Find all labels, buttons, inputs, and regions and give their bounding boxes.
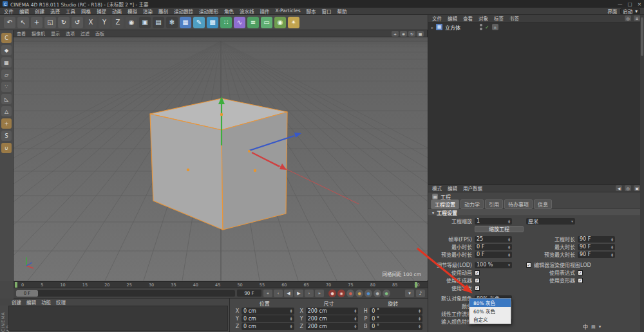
render-view-icon[interactable]: ▣ bbox=[139, 17, 151, 28]
preview-range-start[interactable] bbox=[15, 282, 17, 288]
record-objects-button[interactable]: ● bbox=[328, 290, 336, 297]
tab-referencing[interactable]: 引用 bbox=[485, 199, 503, 209]
record-position-button[interactable]: ● bbox=[346, 290, 354, 297]
preview-max-field[interactable]: 90 F▲▼ bbox=[578, 252, 615, 258]
ime-options-icon[interactable]: ▾ bbox=[599, 324, 601, 329]
z-lock-button[interactable]: Z bbox=[112, 17, 124, 28]
prev-frame-button[interactable]: ◀ bbox=[284, 290, 293, 297]
x-lock-button[interactable]: X bbox=[85, 17, 97, 28]
use-generators-checkbox[interactable]: ✓ bbox=[475, 278, 480, 283]
menu-item[interactable]: 工具 bbox=[66, 8, 75, 15]
material-menu-item[interactable]: 创建 bbox=[12, 299, 21, 306]
spinner[interactable]: ▲▼ bbox=[354, 317, 356, 320]
play-button[interactable]: ▶ bbox=[294, 290, 303, 297]
spline-pen-icon[interactable]: ✎ bbox=[193, 17, 205, 28]
record-parameter-button[interactable]: ● bbox=[374, 290, 381, 297]
spinner[interactable]: ▲▼ bbox=[354, 309, 356, 313]
viewport-menu-item[interactable]: 摄像机 bbox=[32, 30, 45, 37]
project-length-field[interactable]: 90 F▲▼ bbox=[578, 236, 615, 243]
camera-icon[interactable]: ◉ bbox=[274, 17, 286, 28]
menu-item[interactable]: 动画 bbox=[112, 8, 122, 15]
use-deformers-checkbox[interactable]: ✓ bbox=[578, 278, 583, 283]
object-name[interactable]: 立方体 bbox=[445, 24, 460, 31]
environment-icon[interactable]: ≡ bbox=[247, 17, 259, 28]
viewport-menu-item[interactable]: 显示 bbox=[51, 30, 60, 37]
menu-item[interactable]: 捕捉 bbox=[97, 8, 106, 15]
autokey-button[interactable]: ◉ bbox=[337, 290, 345, 297]
attribute-menu-item[interactable]: 编辑 bbox=[448, 185, 457, 192]
render-lod-checkbox[interactable]: ✓ bbox=[526, 263, 531, 268]
rotate-view-icon[interactable]: ↻ bbox=[408, 31, 415, 37]
last-tool-icon[interactable]: ↺ bbox=[71, 17, 83, 28]
make-editable-icon[interactable]: C bbox=[1, 33, 12, 43]
menu-item[interactable]: 选择 bbox=[50, 8, 60, 15]
spinner[interactable]: ▲▼ bbox=[419, 324, 421, 328]
menu-item[interactable]: 雕刻 bbox=[158, 8, 168, 15]
enabled-check-icon[interactable]: ✓ bbox=[485, 24, 489, 30]
unit-dropdown[interactable]: 厘米 ▾ bbox=[526, 218, 575, 225]
coordinate-field[interactable]: 200 cm ▲▼ bbox=[306, 315, 359, 322]
menu-item[interactable]: 模拟 bbox=[128, 8, 137, 15]
attribute-menu-item[interactable]: 用户数据 bbox=[463, 185, 482, 192]
object-manager-menu-item[interactable]: 对象 bbox=[478, 15, 488, 22]
max-time-field[interactable]: 90 F▲▼ bbox=[578, 244, 615, 250]
material-menu-item[interactable]: 纹理 bbox=[56, 299, 66, 306]
ime-indicator[interactable]: 中 ▤ ▾ bbox=[583, 323, 601, 330]
live-selection-icon[interactable]: ↖ bbox=[17, 17, 29, 28]
spinner[interactable]: ▲▼ bbox=[419, 317, 421, 320]
toggle-view-icon[interactable]: ▦ bbox=[417, 31, 424, 37]
array-generator-icon[interactable]: ∷ bbox=[220, 17, 232, 28]
object-manager-menu-item[interactable]: 文件 bbox=[432, 15, 442, 22]
menu-item[interactable]: 运动跟踪 bbox=[174, 8, 193, 15]
pan-view-icon[interactable]: + bbox=[392, 31, 399, 37]
coordinate-field[interactable]: 0 ° ▲▼ bbox=[370, 315, 422, 322]
tab-info[interactable]: 信息 bbox=[534, 199, 552, 209]
preview-min-field[interactable]: 0 F▲▼ bbox=[475, 252, 512, 258]
menu-item[interactable]: 网格 bbox=[81, 8, 91, 15]
points-mode-icon[interactable]: ∵ bbox=[1, 82, 12, 92]
maximize-button[interactable]: □ bbox=[628, 1, 632, 7]
viewport-menu-item[interactable]: 过滤 bbox=[80, 30, 90, 37]
layout-dropdown[interactable]: 启动 ▾ bbox=[620, 8, 640, 14]
spinner[interactable]: ▲▼ bbox=[354, 324, 356, 328]
object-row-cube[interactable]: ▸ ▦ 立方体 ✓ ∩ bbox=[428, 23, 644, 32]
am-lock-icon[interactable]: ▣ bbox=[634, 185, 640, 191]
viewport-menu-item[interactable]: 选项 bbox=[66, 30, 75, 37]
viewport-canvas[interactable]: 网格间距 100 cm bbox=[14, 37, 428, 281]
menu-item[interactable]: 窗口 bbox=[322, 8, 332, 15]
enable-axis-icon[interactable]: + bbox=[1, 118, 12, 129]
object-manager-list[interactable]: ▸ ▦ 立方体 ✓ ∩ bbox=[428, 23, 644, 185]
next-frame-button[interactable]: › bbox=[305, 290, 314, 297]
render-settings-icon[interactable]: ✻ bbox=[166, 17, 178, 28]
subdivision-surface-icon[interactable]: ▩ bbox=[207, 17, 218, 28]
project-scale-field[interactable]: 1 ▲▼ bbox=[475, 218, 512, 225]
menu-item[interactable]: 流水线 bbox=[240, 8, 254, 15]
editor-visibility-dot[interactable] bbox=[480, 24, 482, 26]
playback-rate-icon[interactable]: ▾ bbox=[405, 290, 414, 297]
lod-dropdown[interactable]: 100 % ▾ bbox=[475, 262, 512, 268]
record-pla-button[interactable]: ● bbox=[383, 290, 390, 297]
section-header[interactable]: ▾ 工程设置 bbox=[428, 209, 644, 216]
position-header[interactable]: 位置 bbox=[235, 300, 294, 306]
menu-item[interactable]: 脚本 bbox=[307, 8, 316, 15]
keyboard-icon[interactable]: ▤ bbox=[591, 324, 596, 329]
edges-mode-icon[interactable]: ◺ bbox=[1, 94, 12, 104]
prev-key-button[interactable]: ‹ bbox=[274, 290, 283, 297]
primitive-cube-icon[interactable]: ▦ bbox=[180, 17, 191, 28]
menu-item[interactable]: 插件 bbox=[260, 8, 270, 15]
menu-item[interactable]: 编辑 bbox=[19, 8, 29, 15]
deformer-icon[interactable]: ∿ bbox=[234, 17, 245, 28]
viewport-solo-icon[interactable]: S bbox=[1, 131, 12, 141]
render-region-icon[interactable]: ▤ bbox=[153, 17, 164, 28]
am-back-icon[interactable]: ◀ bbox=[616, 185, 622, 191]
coordinate-field[interactable]: 0 cm ▲▼ bbox=[242, 315, 294, 322]
tab-todo[interactable]: 待办事项 bbox=[504, 199, 533, 209]
coordinate-field[interactable]: 200 cm ▲▼ bbox=[306, 323, 359, 330]
rotate-icon[interactable]: ↻ bbox=[58, 17, 70, 28]
current-frame-handle[interactable]: 0 F bbox=[16, 290, 38, 297]
spinner[interactable]: ▲▼ bbox=[508, 245, 510, 249]
min-time-field[interactable]: 0 F▲▼ bbox=[475, 244, 512, 250]
om-search-icon[interactable]: ◎ bbox=[625, 15, 631, 21]
menu-item[interactable]: 运动图形 bbox=[199, 8, 218, 15]
popup-option[interactable]: 自定义 bbox=[469, 315, 511, 324]
